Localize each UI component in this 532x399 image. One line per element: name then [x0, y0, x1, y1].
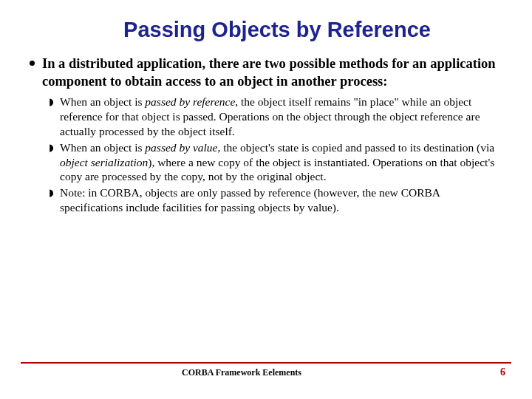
sub-item-3: Note: in CORBA, objects are only passed …: [60, 185, 502, 215]
page-number: 6: [483, 366, 505, 378]
footer: CORBA Framework Eelements 6: [0, 362, 532, 378]
bullet-level1: In a distributed application, there are …: [30, 55, 502, 90]
arrow-icon: ◗: [49, 96, 54, 107]
sub-item-1: When an object is passed by reference, t…: [60, 95, 502, 138]
intro-text: In a distributed application, there are …: [42, 55, 502, 90]
footer-row: CORBA Framework Eelements 6: [0, 366, 532, 378]
arrow-icon: ◗: [49, 142, 54, 153]
arrow-icon: ◗: [49, 187, 54, 198]
slide-title: Passing Objects by Reference: [52, 18, 502, 42]
sub-item-2: When an object is passed by value, the o…: [60, 140, 502, 184]
footer-title: CORBA Framework Eelements: [0, 367, 483, 378]
bullet-level2: ◗ When an object is passed by reference,…: [49, 95, 502, 138]
bullet-level2: ◗ Note: in CORBA, objects are only passe…: [49, 185, 502, 215]
bullet-dot-icon: [30, 61, 35, 66]
divider: [21, 362, 511, 364]
slide: Passing Objects by Reference In a distri…: [0, 0, 532, 399]
bullet-level2: ◗ When an object is passed by value, the…: [49, 140, 502, 184]
